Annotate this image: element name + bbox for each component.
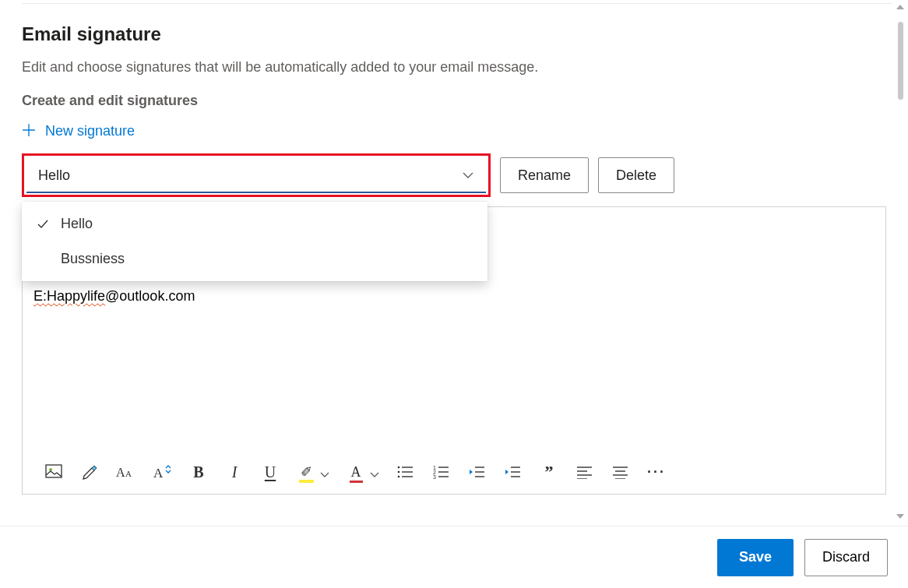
bold-button[interactable]: B (189, 461, 208, 483)
scroll-down-arrow-icon[interactable] (896, 514, 904, 519)
new-signature-button[interactable]: New signature (22, 123, 135, 139)
discard-button[interactable]: Discard (804, 539, 888, 576)
svg-point-5 (398, 467, 400, 469)
highlight-button-group[interactable]: ✐ (297, 461, 329, 483)
dropdown-option-label: Bussniess (61, 251, 125, 267)
font-size-icon[interactable]: A (152, 461, 172, 483)
underline-button[interactable]: U (261, 461, 280, 483)
indent-icon[interactable] (504, 461, 523, 483)
chevron-down-icon[interactable] (370, 467, 379, 477)
delete-button[interactable]: Delete (598, 157, 674, 193)
chevron-down-icon (462, 169, 474, 181)
italic-button[interactable]: I (225, 461, 244, 483)
scroll-thumb[interactable] (898, 22, 903, 100)
align-center-icon[interactable] (611, 461, 630, 483)
dropdown-option-label: Hello (61, 216, 93, 232)
format-painter-icon[interactable] (80, 461, 99, 483)
insert-image-icon[interactable] (44, 461, 63, 483)
save-button[interactable]: Save (717, 539, 794, 576)
font-color-button-group[interactable]: A (347, 461, 379, 483)
footer-bar: Save Discard (0, 526, 908, 588)
editor-line-email: E:Happylife@outlook.com (33, 286, 875, 307)
svg-rect-0 (46, 465, 62, 477)
bullet-list-icon[interactable] (396, 461, 415, 483)
more-options-icon[interactable]: ··· (647, 461, 666, 483)
checkmark-icon (36, 218, 50, 231)
font-icon[interactable]: AA (116, 461, 135, 483)
font-color-icon[interactable]: A (347, 461, 365, 483)
signature-select[interactable]: Hello (22, 153, 491, 197)
svg-text:A: A (153, 466, 164, 481)
svg-point-7 (398, 476, 400, 478)
quote-icon[interactable]: ” (540, 461, 558, 483)
highlight-icon[interactable]: ✐ (297, 461, 315, 483)
signature-dropdown-menu: Hello Bussniess (22, 202, 487, 281)
svg-text:A: A (125, 469, 132, 478)
scroll-up-arrow-icon[interactable] (896, 5, 904, 9)
chevron-down-icon[interactable] (320, 467, 329, 477)
signature-select-value: Hello (38, 167, 70, 184)
align-left-icon[interactable] (575, 461, 594, 483)
page-title: Email signature (22, 23, 886, 45)
svg-text:3: 3 (433, 474, 436, 479)
dropdown-option-hello[interactable]: Hello (22, 206, 487, 241)
outdent-icon[interactable] (468, 461, 487, 483)
editor-toolbar: AA A B I U ✐ A 123 (23, 450, 885, 494)
dropdown-option-bussniess[interactable]: Bussniess (22, 241, 487, 276)
top-divider (22, 3, 892, 4)
section-label: Create and edit signatures (22, 93, 886, 109)
numbered-list-icon[interactable]: 123 (432, 461, 451, 483)
page-description: Edit and choose signatures that will be … (22, 59, 886, 76)
svg-point-6 (398, 471, 400, 474)
new-signature-label: New signature (45, 123, 135, 139)
plus-icon (22, 123, 36, 139)
svg-text:A: A (116, 466, 125, 479)
scrollbar[interactable] (894, 5, 906, 519)
rename-button[interactable]: Rename (500, 157, 589, 193)
